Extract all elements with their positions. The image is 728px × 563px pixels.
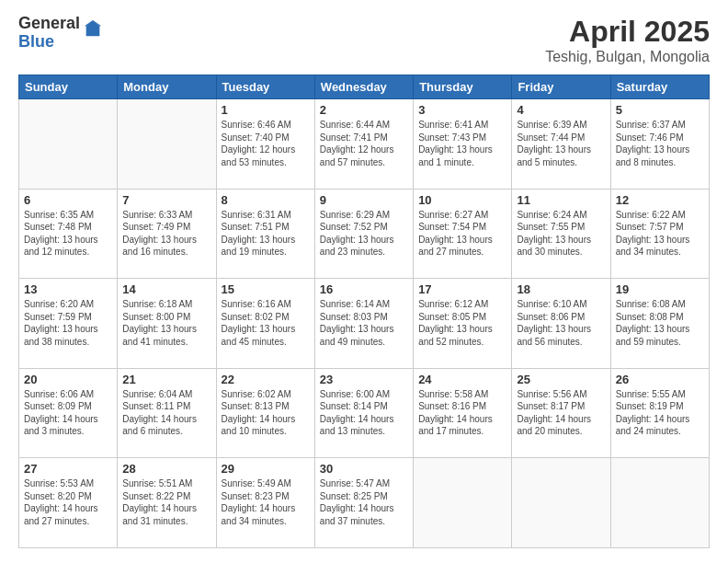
calendar-week-row: 20Sunrise: 6:06 AMSunset: 8:09 PMDayligh…: [19, 368, 710, 458]
title-block: April 2025 Teshig, Bulgan, Mongolia: [545, 15, 710, 65]
cell-info: Sunrise: 6:00 AMSunset: 8:14 PMDaylight:…: [320, 388, 408, 438]
day-number: 15: [222, 282, 310, 296]
day-number: 18: [517, 282, 605, 296]
calendar-cell: 7Sunrise: 6:33 AMSunset: 7:49 PMDaylight…: [118, 189, 216, 279]
calendar-cell: 5Sunrise: 6:37 AMSunset: 7:46 PMDaylight…: [610, 99, 709, 190]
cell-info: Sunrise: 6:16 AMSunset: 8:02 PMDaylight:…: [222, 298, 310, 348]
day-number: 12: [616, 193, 704, 207]
cell-info: Sunrise: 6:44 AMSunset: 7:41 PMDaylight:…: [320, 119, 408, 168]
calendar-cell: [19, 99, 118, 190]
day-header-thursday: Thursday: [414, 75, 512, 99]
calendar-cell: 15Sunrise: 6:16 AMSunset: 8:02 PMDayligh…: [216, 279, 314, 369]
cell-info: Sunrise: 5:53 AMSunset: 8:20 PMDaylight:…: [24, 477, 112, 527]
calendar-week-row: 13Sunrise: 6:20 AMSunset: 7:59 PMDayligh…: [19, 279, 710, 369]
calendar-cell: 29Sunrise: 5:49 AMSunset: 8:23 PMDayligh…: [216, 458, 314, 548]
calendar-cell: 28Sunrise: 5:51 AMSunset: 8:22 PMDayligh…: [118, 458, 216, 548]
calendar-cell: [610, 458, 709, 548]
day-number: 10: [418, 193, 506, 207]
day-number: 21: [122, 373, 210, 386]
calendar-cell: 19Sunrise: 6:08 AMSunset: 8:08 PMDayligh…: [610, 279, 709, 369]
cell-info: Sunrise: 6:10 AMSunset: 8:06 PMDaylight:…: [517, 298, 605, 348]
calendar-cell: 9Sunrise: 6:29 AMSunset: 7:52 PMDaylight…: [314, 189, 413, 279]
day-number: 6: [24, 193, 112, 207]
day-header-sunday: Sunday: [19, 75, 118, 99]
day-number: 16: [320, 282, 408, 296]
calendar-cell: 12Sunrise: 6:22 AMSunset: 7:57 PMDayligh…: [610, 189, 709, 279]
day-number: 22: [222, 373, 310, 386]
month-title: April 2025: [545, 15, 710, 49]
calendar-week-row: 6Sunrise: 6:35 AMSunset: 7:48 PMDaylight…: [19, 189, 710, 279]
calendar-cell: 25Sunrise: 5:56 AMSunset: 8:17 PMDayligh…: [512, 368, 610, 458]
logo: General Blue: [18, 15, 103, 52]
calendar-cell: 20Sunrise: 6:06 AMSunset: 8:09 PMDayligh…: [19, 368, 118, 458]
day-number: 26: [616, 373, 704, 386]
cell-info: Sunrise: 5:55 AMSunset: 8:19 PMDaylight:…: [616, 388, 704, 438]
day-number: 2: [320, 103, 408, 117]
calendar-cell: [512, 458, 610, 548]
cell-info: Sunrise: 6:22 AMSunset: 7:57 PMDaylight:…: [616, 209, 704, 259]
calendar-cell: 30Sunrise: 5:47 AMSunset: 8:25 PMDayligh…: [314, 458, 413, 548]
logo-blue: Blue: [18, 33, 80, 52]
calendar-cell: 4Sunrise: 6:39 AMSunset: 7:44 PMDaylight…: [512, 99, 610, 190]
location-title: Teshig, Bulgan, Mongolia: [545, 49, 710, 65]
calendar-cell: [414, 458, 512, 548]
day-number: 28: [122, 462, 210, 476]
calendar-cell: 16Sunrise: 6:14 AMSunset: 8:03 PMDayligh…: [314, 279, 413, 369]
cell-info: Sunrise: 5:58 AMSunset: 8:16 PMDaylight:…: [418, 388, 506, 438]
cell-info: Sunrise: 6:08 AMSunset: 8:08 PMDaylight:…: [616, 298, 704, 348]
day-number: 14: [122, 282, 210, 296]
day-header-monday: Monday: [118, 75, 216, 99]
calendar-cell: 24Sunrise: 5:58 AMSunset: 8:16 PMDayligh…: [414, 368, 512, 458]
cell-info: Sunrise: 6:33 AMSunset: 7:49 PMDaylight:…: [122, 209, 210, 259]
calendar-cell: 21Sunrise: 6:04 AMSunset: 8:11 PMDayligh…: [118, 368, 216, 458]
page: General Blue April 2025 Teshig, Bulgan, …: [0, 0, 728, 563]
day-number: 24: [418, 373, 506, 386]
calendar-cell: 26Sunrise: 5:55 AMSunset: 8:19 PMDayligh…: [610, 368, 709, 458]
calendar-cell: 1Sunrise: 6:46 AMSunset: 7:40 PMDaylight…: [216, 99, 314, 190]
header: General Blue April 2025 Teshig, Bulgan, …: [18, 15, 710, 65]
day-number: 11: [517, 193, 605, 207]
day-number: 5: [616, 103, 704, 117]
cell-info: Sunrise: 6:04 AMSunset: 8:11 PMDaylight:…: [122, 388, 210, 438]
calendar-cell: 22Sunrise: 6:02 AMSunset: 8:13 PMDayligh…: [216, 368, 314, 458]
cell-info: Sunrise: 5:49 AMSunset: 8:23 PMDaylight:…: [222, 477, 310, 527]
calendar-cell: 27Sunrise: 5:53 AMSunset: 8:20 PMDayligh…: [19, 458, 118, 548]
day-number: 19: [616, 282, 704, 296]
day-header-tuesday: Tuesday: [216, 75, 314, 99]
cell-info: Sunrise: 6:29 AMSunset: 7:52 PMDaylight:…: [320, 209, 408, 259]
cell-info: Sunrise: 6:37 AMSunset: 7:46 PMDaylight:…: [616, 119, 704, 168]
logo-icon: [83, 19, 103, 40]
calendar-cell: 13Sunrise: 6:20 AMSunset: 7:59 PMDayligh…: [19, 279, 118, 369]
cell-info: Sunrise: 6:12 AMSunset: 8:05 PMDaylight:…: [418, 298, 506, 348]
day-number: 20: [24, 373, 112, 386]
cell-info: Sunrise: 6:20 AMSunset: 7:59 PMDaylight:…: [24, 298, 112, 348]
calendar-cell: 6Sunrise: 6:35 AMSunset: 7:48 PMDaylight…: [19, 189, 118, 279]
day-number: 9: [320, 193, 408, 207]
calendar-cell: 17Sunrise: 6:12 AMSunset: 8:05 PMDayligh…: [414, 279, 512, 369]
day-header-saturday: Saturday: [610, 75, 709, 99]
cell-info: Sunrise: 5:47 AMSunset: 8:25 PMDaylight:…: [320, 477, 408, 527]
cell-info: Sunrise: 6:18 AMSunset: 8:00 PMDaylight:…: [122, 298, 210, 348]
calendar-body: 1Sunrise: 6:46 AMSunset: 7:40 PMDaylight…: [19, 99, 710, 548]
calendar-cell: 14Sunrise: 6:18 AMSunset: 8:00 PMDayligh…: [118, 279, 216, 369]
day-number: 3: [418, 103, 506, 117]
day-number: 7: [122, 193, 210, 207]
cell-info: Sunrise: 6:14 AMSunset: 8:03 PMDaylight:…: [320, 298, 408, 348]
day-number: 25: [517, 373, 605, 386]
day-number: 27: [24, 462, 112, 476]
cell-info: Sunrise: 6:39 AMSunset: 7:44 PMDaylight:…: [517, 119, 605, 168]
cell-info: Sunrise: 6:27 AMSunset: 7:54 PMDaylight:…: [418, 209, 506, 259]
calendar-cell: [118, 99, 216, 190]
day-number: 29: [222, 462, 310, 476]
logo-text: General Blue: [18, 15, 80, 52]
cell-info: Sunrise: 6:46 AMSunset: 7:40 PMDaylight:…: [222, 119, 310, 168]
cell-info: Sunrise: 6:06 AMSunset: 8:09 PMDaylight:…: [24, 388, 112, 438]
cell-info: Sunrise: 6:35 AMSunset: 7:48 PMDaylight:…: [24, 209, 112, 259]
cell-info: Sunrise: 6:24 AMSunset: 7:55 PMDaylight:…: [517, 209, 605, 259]
calendar-cell: 10Sunrise: 6:27 AMSunset: 7:54 PMDayligh…: [414, 189, 512, 279]
cell-info: Sunrise: 6:31 AMSunset: 7:51 PMDaylight:…: [222, 209, 310, 259]
cell-info: Sunrise: 6:41 AMSunset: 7:43 PMDaylight:…: [418, 119, 506, 168]
calendar-cell: 3Sunrise: 6:41 AMSunset: 7:43 PMDaylight…: [414, 99, 512, 190]
calendar-cell: 23Sunrise: 6:00 AMSunset: 8:14 PMDayligh…: [314, 368, 413, 458]
calendar-cell: 2Sunrise: 6:44 AMSunset: 7:41 PMDaylight…: [314, 99, 413, 190]
